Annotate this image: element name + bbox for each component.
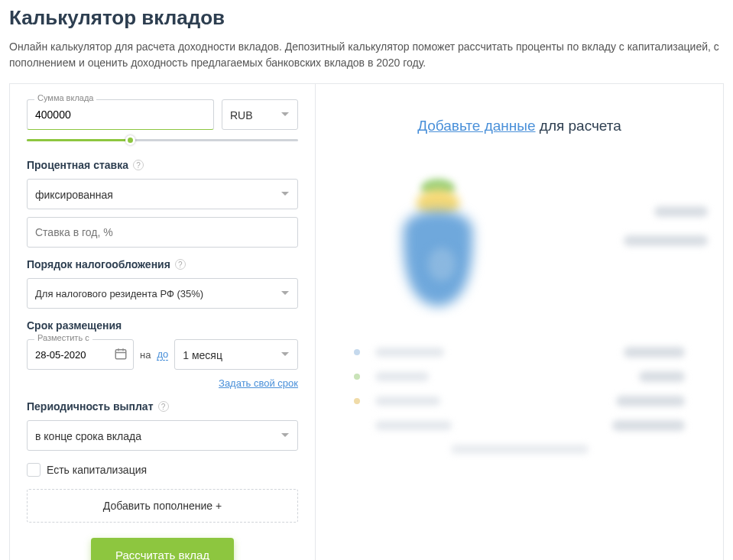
- currency-select[interactable]: RUB: [222, 99, 298, 130]
- payout-label-text: Периодичность выплат: [27, 400, 154, 413]
- blur-placeholder: [375, 372, 429, 381]
- sep-na: на: [140, 349, 151, 361]
- rate-section-label: Процентная ставка ?: [27, 159, 298, 171]
- calendar-icon[interactable]: [114, 347, 128, 361]
- add-deposit-button[interactable]: Добавить пополнение +: [27, 489, 298, 523]
- svg-point-6: [428, 248, 456, 281]
- date-label: Разместить с: [34, 333, 92, 342]
- payout-select[interactable]: в конце срока вклада: [27, 420, 298, 451]
- blur-placeholder: [451, 445, 589, 454]
- blur-placeholder: [616, 396, 685, 406]
- page-title: Калькулятор вкладов: [9, 6, 724, 30]
- amount-label: Сумма вклада: [34, 93, 96, 102]
- slider-fill: [27, 139, 130, 141]
- svg-rect-0: [115, 350, 126, 359]
- payout-section-label: Периодичность выплат ?: [27, 400, 298, 413]
- blur-placeholder: [375, 397, 440, 406]
- term-section-label: Срок размещения: [27, 319, 298, 332]
- blur-placeholder: [624, 347, 685, 358]
- blur-placeholder: [375, 421, 452, 430]
- form-panel: Сумма вклада RUB Процентная ставка ? фик…: [10, 84, 316, 560]
- amount-input[interactable]: [27, 99, 214, 130]
- money-bag-illustration: [331, 165, 545, 318]
- calculator-container: Сумма вклада RUB Процентная ставка ? фик…: [9, 83, 724, 560]
- capitalization-label: Есть капитализация: [47, 464, 147, 476]
- amount-slider[interactable]: [27, 133, 298, 148]
- legend-dot: [354, 349, 360, 355]
- result-title-link[interactable]: Добавьте данные: [417, 118, 535, 134]
- result-panel: Добавьте данные для расчета: [316, 84, 723, 560]
- tax-label-text: Порядок налогообложения: [27, 258, 170, 270]
- slider-thumb[interactable]: [125, 135, 135, 145]
- rate-input[interactable]: [27, 217, 298, 248]
- blur-placeholder: [375, 348, 444, 357]
- result-title: Добавьте данные для расчета: [331, 118, 708, 134]
- page-description: Онлайн калькулятор для расчета доходност…: [9, 39, 724, 71]
- blur-placeholder: [612, 420, 685, 431]
- result-title-rest: для расчета: [536, 118, 621, 134]
- tax-select[interactable]: Для налогового резидента РФ (35%): [27, 278, 298, 309]
- term-select[interactable]: 1 месяц: [174, 339, 298, 370]
- tax-section-label: Порядок налогообложения ?: [27, 258, 298, 270]
- legend-dot: [354, 374, 360, 380]
- rate-label-text: Процентная ставка: [27, 159, 128, 171]
- help-icon[interactable]: ?: [175, 259, 186, 270]
- calculate-button[interactable]: Рассчитать вклад: [91, 538, 234, 560]
- blur-placeholder: [639, 371, 685, 382]
- custom-term-link[interactable]: Задать свой срок: [219, 377, 298, 389]
- sep-do-link[interactable]: до: [157, 348, 168, 361]
- legend-dot: [354, 398, 360, 404]
- rate-type-select[interactable]: фиксированная: [27, 179, 298, 209]
- capitalization-checkbox[interactable]: [27, 463, 41, 477]
- help-icon[interactable]: ?: [133, 160, 144, 170]
- help-icon[interactable]: ?: [158, 401, 169, 412]
